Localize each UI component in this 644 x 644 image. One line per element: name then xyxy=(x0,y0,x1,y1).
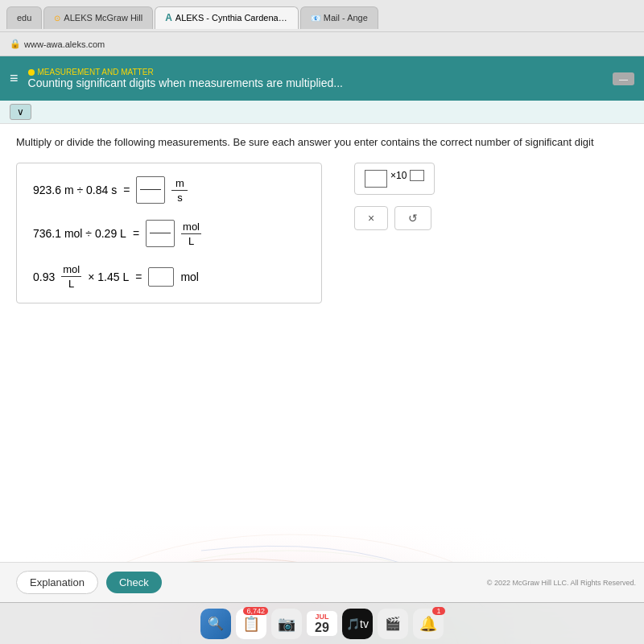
eq2-unit-den: L xyxy=(187,234,196,247)
dock-notifications[interactable]: 🔔 1 xyxy=(413,609,444,639)
eq3-unit-num: mol xyxy=(61,263,81,277)
undo-button[interactable]: ↺ xyxy=(394,206,431,230)
dock-finder[interactable]: 🔍 xyxy=(200,609,231,639)
sci-notation-box: ×10 xyxy=(354,163,435,195)
chevron-button[interactable]: ∨ xyxy=(10,104,31,120)
equation-row-2: 736.1 mol ÷ 0.29 L = mol L xyxy=(33,220,305,247)
copyright-text: © 2022 McGraw Hill LLC. All Rights Reser… xyxy=(487,579,636,587)
tab-mcgraw-label: ALEKS McGraw Hill xyxy=(64,13,142,23)
equation-row-1: 923.6 m ÷ 0.84 s = m s xyxy=(33,176,305,204)
browser-tabs-bar: edu ⊙ ALEKS McGraw Hill A ALEKS - Cynthi… xyxy=(0,0,644,32)
tab-mcgraw[interactable]: ⊙ ALEKS McGraw Hill xyxy=(43,6,153,29)
dock-month: JUL xyxy=(315,613,328,621)
eq1-unit-den: s xyxy=(175,191,184,204)
eq1-lhs: 923.6 m ÷ 0.84 s xyxy=(33,184,117,196)
url-text: www-awa.aleks.com xyxy=(24,39,105,49)
clear-button[interactable]: × xyxy=(354,206,388,230)
explanation-button[interactable]: Explanation xyxy=(16,571,98,594)
eq2-numerator-input[interactable] xyxy=(150,222,171,233)
aleks-header: ≡ MEASUREMENT AND MATTER Counting signif… xyxy=(0,56,644,101)
dock-badge-app[interactable]: 📋 6,742 xyxy=(236,609,266,639)
tab-mail[interactable]: 📧 Mail - Ange xyxy=(300,6,378,29)
tab-edu[interactable]: edu xyxy=(6,6,42,29)
sci-times-ten: ×10 xyxy=(390,170,407,181)
right-panel: ×10 × ↺ xyxy=(354,163,435,233)
eq3-unit-fraction: mol L xyxy=(61,263,81,290)
tab-aleks-learn[interactable]: A ALEKS - Cynthia Cardenas - Learn xyxy=(155,6,299,29)
dock-bar: 🔍 📋 6,742 📷 JUL 29 🎵tv 🎬 🔔 1 xyxy=(0,602,644,644)
sci-base-input[interactable] xyxy=(365,170,387,188)
eq3-coef: 0.93 xyxy=(33,270,55,283)
lock-icon: 🔒 xyxy=(10,39,21,49)
tab-mail-label: Mail - Ange xyxy=(324,13,368,23)
eq1-numerator-input[interactable] xyxy=(140,179,161,190)
eq3-equals: = xyxy=(135,270,142,283)
tab-edu-label: edu xyxy=(17,13,31,23)
main-content: Multiply or divide the following measure… xyxy=(0,124,644,526)
eq3-answer-input[interactable] xyxy=(148,267,174,287)
chevron-bar: ∨ xyxy=(0,101,644,124)
eq3-mult: × 1.45 L xyxy=(88,270,129,283)
address-bar: 🔒 www-awa.aleks.com xyxy=(0,32,644,56)
notification-badge: 1 xyxy=(432,607,445,615)
tab-list: edu ⊙ ALEKS McGraw Hill A ALEKS - Cynthi… xyxy=(6,3,378,29)
check-button[interactable]: Check xyxy=(106,572,162,593)
equation-row-3: 0.93 mol L × 1.45 L = mol xyxy=(33,263,305,290)
dock-day: 29 xyxy=(315,621,329,635)
eq1-answer-input[interactable] xyxy=(136,176,165,204)
eq2-unit: mol L xyxy=(181,221,201,247)
action-buttons: × ↺ xyxy=(354,203,435,233)
dock-tv[interactable]: 🎬 xyxy=(378,609,408,639)
content-wrapper: 923.6 m ÷ 0.84 s = m s 736.1 mol ÷ 0.29 … xyxy=(16,163,628,303)
eq1-unit: m s xyxy=(171,177,188,204)
hamburger-menu[interactable]: ≡ xyxy=(10,70,19,87)
dock-music[interactable]: 🎵tv xyxy=(342,609,373,639)
eq3-unit-den: L xyxy=(67,277,76,290)
sci-exp-input[interactable] xyxy=(410,170,424,181)
category-label: MEASUREMENT AND MATTER xyxy=(38,68,154,76)
dock-photos[interactable]: 📷 xyxy=(271,609,302,639)
dock-calendar[interactable]: JUL 29 xyxy=(307,611,337,637)
category-dot xyxy=(28,69,35,76)
header-category: MEASUREMENT AND MATTER xyxy=(28,68,343,76)
problem-box: 923.6 m ÷ 0.84 s = m s 736.1 mol ÷ 0.29 … xyxy=(16,163,322,303)
eq2-lhs: 736.1 mol ÷ 0.29 L xyxy=(33,227,126,240)
eq2-equals: = xyxy=(133,227,139,240)
eq3-unit: mol xyxy=(180,270,199,283)
bottom-bar: Explanation Check © 2022 McGraw Hill LLC… xyxy=(0,562,644,602)
eq2-answer-input[interactable] xyxy=(146,220,175,247)
header-title: Counting significant digits when measure… xyxy=(28,76,343,89)
badge-count: 6,742 xyxy=(243,607,268,615)
collapse-button[interactable]: — xyxy=(613,72,634,85)
eq1-unit-num: m xyxy=(171,177,188,191)
tab-aleks-label: ALEKS - Cynthia Cardenas - Learn xyxy=(175,13,288,23)
eq1-equals: = xyxy=(123,184,130,196)
instructions-text: Multiply or divide the following measure… xyxy=(16,135,628,150)
eq2-unit-num: mol xyxy=(181,221,201,234)
header-text-block: MEASUREMENT AND MATTER Counting signific… xyxy=(28,68,343,89)
